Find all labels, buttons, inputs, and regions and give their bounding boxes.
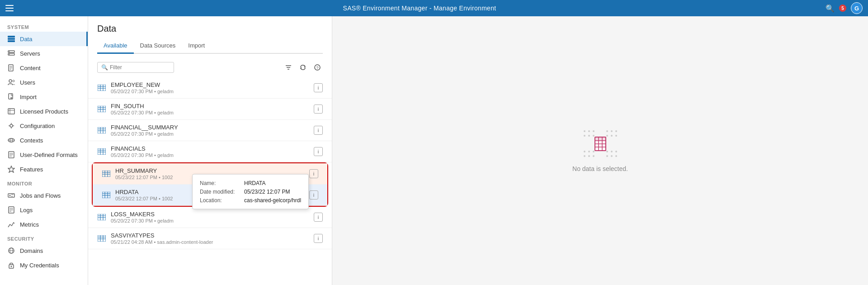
sidebar-item-my-credentials[interactable]: My Credentials — [0, 258, 88, 272]
sidebar-item-features[interactable]: Features — [0, 162, 88, 176]
sidebar-section-monitor: MONITOR — [0, 176, 88, 188]
help-icon[interactable]: ? — [312, 62, 323, 73]
svg-point-104 — [606, 151, 608, 152]
info-button[interactable]: i — [309, 190, 318, 200]
filter-bar: 🔍 ? — [88, 57, 332, 77]
svg-point-105 — [611, 151, 613, 152]
data-item-financial-summary[interactable]: FINANCIAL__SUMMARY 05/20/22 07:30 PM • g… — [88, 120, 332, 141]
svg-point-106 — [615, 151, 617, 152]
sidebar-item-data[interactable]: Data — [0, 32, 88, 46]
data-panel-title: Data — [97, 24, 323, 34]
main-layout: SYSTEM Data Servers Content Users — [0, 16, 868, 285]
tab-import[interactable]: Import — [182, 39, 211, 54]
svg-point-86 — [584, 130, 585, 132]
svg-rect-1 — [8, 38, 15, 40]
sidebar-label-data: Data — [20, 36, 32, 43]
svg-rect-0 — [8, 36, 15, 38]
data-item-employee-new[interactable]: EMPLOYEE_NEW 05/20/22 07:30 PM • geladm … — [88, 77, 332, 99]
filter-options-icon[interactable] — [283, 62, 294, 73]
sidebar-label-logs: Logs — [20, 207, 33, 214]
svg-rect-75 — [98, 214, 106, 220]
table-icon — [97, 126, 106, 135]
svg-point-98 — [584, 151, 585, 152]
data-icon — [7, 35, 15, 43]
tab-available[interactable]: Available — [97, 39, 134, 54]
sidebar-label-features: Features — [20, 166, 43, 173]
tooltip-name-label: Name: — [200, 180, 241, 186]
data-item-name: LOSS_MAKERS — [111, 211, 314, 218]
tabs: Available Data Sources Import — [97, 39, 323, 54]
sidebar-item-content[interactable]: Content — [0, 61, 88, 75]
servers-icon — [7, 49, 15, 57]
svg-point-91 — [593, 135, 594, 137]
sidebar-item-user-defined-formats[interactable]: User-Defined Formats — [0, 147, 88, 162]
svg-rect-45 — [98, 85, 106, 91]
svg-point-103 — [593, 155, 594, 157]
info-button[interactable]: i — [314, 147, 323, 156]
data-item-sasviyatypes[interactable]: SASVIYATYPES 05/21/22 04:28 AM • sas.adm… — [88, 228, 332, 249]
data-item-financials[interactable]: FINANCIALS 05/20/22 07:30 PM • geladm i — [88, 141, 332, 162]
sidebar-label-content: Content — [20, 65, 41, 71]
svg-point-109 — [615, 155, 617, 157]
svg-point-5 — [9, 51, 10, 52]
sidebar-label-jobs-and-flows: Jobs and Flows — [20, 192, 61, 199]
table-icon — [97, 213, 106, 222]
data-item-text: FINANCIAL__SUMMARY 05/20/22 07:30 PM • g… — [111, 124, 314, 137]
data-item-text: FINANCIALS 05/20/22 07:30 PM • geladm — [111, 145, 314, 158]
svg-point-6 — [9, 54, 10, 55]
info-button[interactable]: i — [314, 104, 323, 114]
sidebar-item-configuration[interactable]: Configuration — [0, 119, 88, 133]
notification-badge[interactable]: 5 — [839, 5, 846, 12]
info-button[interactable]: i — [314, 213, 323, 222]
sidebar-item-users[interactable]: Users — [0, 75, 88, 90]
tab-data-sources[interactable]: Data Sources — [134, 39, 182, 54]
search-icon[interactable]: 🔍 — [826, 4, 835, 13]
hamburger-menu[interactable] — [5, 5, 14, 11]
sidebar-item-licensed-products[interactable]: Licensed Products — [0, 104, 88, 119]
info-button[interactable]: i — [314, 83, 323, 92]
data-item-meta: 05/20/22 07:30 PM • geladm — [111, 152, 314, 158]
svg-point-39 — [11, 266, 12, 267]
sidebar-item-logs[interactable]: Logs — [0, 203, 88, 217]
svg-point-108 — [611, 155, 613, 157]
table-icon — [102, 169, 111, 178]
sidebar-item-servers[interactable]: Servers — [0, 46, 88, 61]
filter-input[interactable] — [110, 64, 170, 71]
data-item-name: SASVIYATYPES — [111, 232, 314, 239]
svg-point-100 — [593, 151, 594, 152]
my-credentials-icon — [7, 261, 15, 269]
svg-point-11 — [9, 80, 12, 82]
sidebar-item-jobs-and-flows[interactable]: Jobs and Flows — [0, 188, 88, 203]
sidebar-item-metrics[interactable]: Metrics — [0, 217, 88, 232]
sidebar-label-my-credentials: My Credentials — [20, 262, 59, 269]
sidebar-item-domains[interactable]: Domains — [0, 243, 88, 258]
data-item-loss-makers[interactable]: LOSS_MAKERS 05/20/22 07:30 PM • geladm i — [88, 207, 332, 228]
svg-point-101 — [584, 155, 585, 157]
svg-rect-15 — [8, 109, 14, 114]
info-button[interactable]: i — [309, 169, 318, 178]
no-data-text: No data is selected. — [572, 165, 628, 172]
metrics-icon — [7, 220, 15, 228]
svg-point-18 — [10, 124, 13, 127]
data-item-fin-south[interactable]: FIN_SOUTH 05/20/22 07:30 PM • geladm i — [88, 99, 332, 120]
sidebar-label-domains: Domains — [20, 247, 43, 254]
sidebar-item-import[interactable]: Import — [0, 90, 88, 104]
sidebar-item-contexts[interactable]: Contexts — [0, 133, 88, 147]
info-button[interactable]: i — [314, 126, 323, 135]
user-avatar[interactable]: G — [851, 2, 863, 14]
sidebar-label-contexts: Contexts — [20, 137, 43, 144]
info-button[interactable]: i — [314, 234, 323, 243]
refresh-icon[interactable] — [297, 62, 308, 73]
data-item-meta: 05/20/22 07:30 PM • geladm — [111, 89, 314, 94]
topbar-title: SAS® Environment Manager - Manage Enviro… — [343, 5, 496, 12]
svg-rect-116 — [595, 137, 606, 141]
domains-icon — [7, 247, 15, 255]
sidebar-section-security: SECURITY — [0, 232, 88, 243]
table-icon — [102, 190, 111, 200]
filter-search-icon: 🔍 — [101, 64, 108, 71]
topbar-right: 🔍 5 G — [826, 2, 863, 14]
topbar: SAS® Environment Manager - Manage Enviro… — [0, 0, 868, 16]
svg-point-96 — [611, 135, 613, 137]
svg-point-99 — [588, 151, 590, 152]
svg-point-90 — [588, 135, 590, 137]
